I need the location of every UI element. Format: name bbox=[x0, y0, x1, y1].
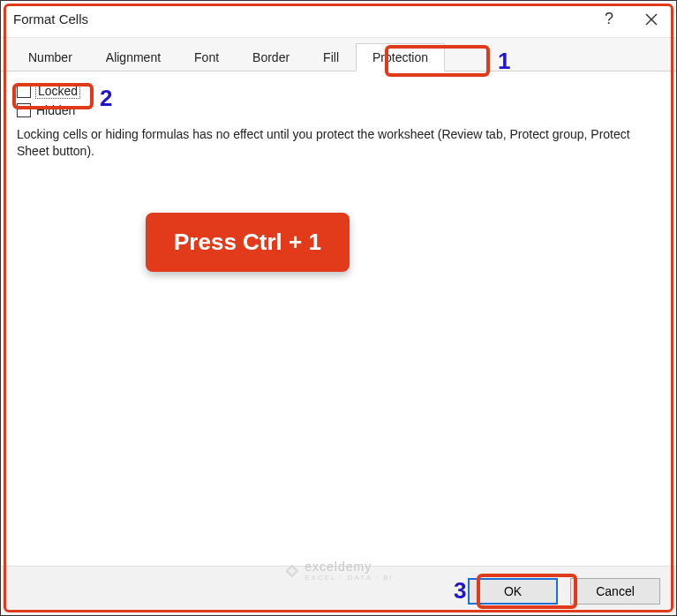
step-number-3: 3 bbox=[454, 577, 466, 605]
cancel-button[interactable]: Cancel bbox=[570, 578, 660, 605]
ok-button[interactable]: OK bbox=[468, 578, 558, 605]
tab-fill[interactable]: Fill bbox=[306, 43, 356, 71]
tab-alignment[interactable]: Alignment bbox=[89, 43, 177, 71]
tabstrip: Number Alignment Font Border Fill Protec… bbox=[1, 38, 676, 71]
window-title: Format Cells bbox=[13, 11, 588, 26]
hidden-row[interactable]: Hidden bbox=[17, 103, 660, 117]
close-button[interactable] bbox=[630, 1, 673, 38]
help-button[interactable]: ? bbox=[588, 1, 630, 38]
tab-number[interactable]: Number bbox=[11, 43, 89, 71]
locked-row[interactable]: Locked bbox=[17, 84, 660, 98]
shortcut-overlay: Press Ctrl + 1 bbox=[146, 213, 350, 272]
locked-label: Locked bbox=[36, 84, 79, 98]
watermark-icon bbox=[283, 563, 299, 579]
close-icon bbox=[645, 13, 658, 26]
watermark-tagline: EXCEL · DATA · BI bbox=[305, 574, 394, 582]
watermark: exceldemy EXCEL · DATA · BI bbox=[283, 560, 394, 582]
protection-info-text: Locking cells or hiding formulas has no … bbox=[17, 126, 643, 160]
tab-border[interactable]: Border bbox=[236, 43, 306, 71]
protection-panel: Locked Hidden Locking cells or hiding fo… bbox=[1, 71, 676, 555]
step-number-1: 1 bbox=[498, 48, 510, 75]
titlebar: Format Cells ? bbox=[1, 1, 676, 38]
hidden-checkbox[interactable] bbox=[17, 103, 31, 117]
hidden-label: Hidden bbox=[36, 103, 75, 117]
step-number-2: 2 bbox=[100, 85, 112, 112]
watermark-text: exceldemy EXCEL · DATA · BI bbox=[305, 560, 394, 582]
tab-protection[interactable]: Protection bbox=[356, 43, 445, 71]
locked-checkbox[interactable] bbox=[17, 84, 31, 98]
tab-font[interactable]: Font bbox=[177, 43, 236, 71]
watermark-brand: exceldemy bbox=[305, 560, 372, 574]
